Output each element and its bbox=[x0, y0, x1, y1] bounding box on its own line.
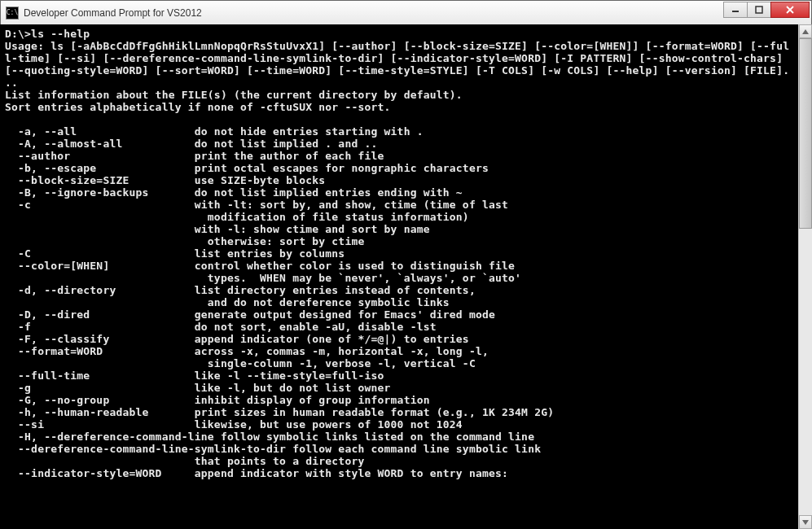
scrollbar-thumb[interactable] bbox=[799, 38, 812, 229]
option-line: -f do not sort, enable -aU, disable -lst bbox=[5, 321, 437, 333]
option-line: with -l: show ctime and sort by name bbox=[5, 223, 430, 235]
console-output[interactable]: D:\>ls --help Usage: ls [-aAbBcCdDfFgGhH… bbox=[0, 24, 798, 483]
option-line: -H, --dereference-command-line follow sy… bbox=[5, 431, 534, 443]
option-line: -a, --all do not hide entries starting w… bbox=[5, 125, 424, 138]
minimize-icon bbox=[731, 6, 740, 14]
option-line: -h, --human-readable print sizes in huma… bbox=[5, 406, 554, 418]
option-line: --color=[WHEN] control whether color is … bbox=[5, 260, 515, 272]
svg-marker-5 bbox=[802, 520, 809, 525]
description: List information about the FILE(s) (the … bbox=[5, 89, 463, 101]
maximize-button[interactable] bbox=[747, 2, 771, 18]
usage-line: Usage: ls [-aAbBcCdDfFgGhHiklLmnNopqQrRs… bbox=[5, 40, 789, 52]
option-line: -b, --escape print octal escapes for non… bbox=[5, 162, 489, 174]
titlebar[interactable]: C:\ Developer Command Prompt for VS2012 bbox=[1, 1, 811, 25]
usage-line: [--quoting-style=WORD] [--sort=WORD] [--… bbox=[5, 64, 789, 77]
option-line: --dereference-command-line-symlink-to-di… bbox=[5, 443, 541, 455]
usage-line: .. bbox=[5, 77, 18, 89]
option-line: -D, --dired generate output designed for… bbox=[5, 308, 495, 321]
close-button[interactable] bbox=[770, 2, 810, 18]
option-line: and do not dereference symbolic links bbox=[5, 296, 450, 308]
option-line: -B, --ignore-backups do not list implied… bbox=[5, 186, 463, 199]
option-line: --full-time like -l --time-style=full-is… bbox=[5, 369, 384, 382]
window-title: Developer Command Prompt for VS2012 bbox=[24, 7, 724, 19]
usage-line: l-time] [--si] [--dereference-command-li… bbox=[5, 52, 783, 64]
command-prompt-window: C:\ Developer Command Prompt for VS2012 … bbox=[0, 0, 812, 529]
option-line: -c with -lt: sort by, and show, ctime (t… bbox=[5, 199, 508, 211]
option-line: -d, --directory list directory entries i… bbox=[5, 284, 476, 296]
prompt: D:\> bbox=[5, 28, 31, 40]
app-icon: C:\ bbox=[6, 7, 19, 20]
svg-rect-1 bbox=[756, 7, 762, 13]
close-icon bbox=[786, 6, 794, 14]
option-line: that points to a directory bbox=[5, 455, 364, 467]
option-line: modification of file status information) bbox=[5, 211, 469, 223]
minimize-button[interactable] bbox=[723, 2, 748, 18]
option-line: --format=WORD across -x, commas -m, hori… bbox=[5, 345, 489, 357]
option-line: --si likewise, but use powers of 1000 no… bbox=[5, 418, 463, 431]
option-line: types. WHEN may be `never', `always', or… bbox=[5, 272, 521, 284]
option-line: --block-size=SIZE use SIZE-byte blocks bbox=[5, 174, 325, 186]
scroll-up-button[interactable] bbox=[799, 24, 812, 38]
option-line: -g like -l, but do not list owner bbox=[5, 382, 391, 394]
option-line: -F, --classify append indicator (one of … bbox=[5, 333, 469, 345]
window-controls bbox=[724, 2, 810, 18]
chevron-down-icon bbox=[802, 520, 809, 525]
scroll-down-button[interactable] bbox=[799, 515, 812, 529]
maximize-icon bbox=[755, 6, 763, 14]
console-content-area: D:\>ls --help Usage: ls [-aAbBcCdDfFgGhH… bbox=[0, 24, 798, 529]
description: Sort entries alphabetically if none of -… bbox=[5, 101, 391, 113]
svg-marker-4 bbox=[802, 29, 809, 34]
option-line: -C list entries by columns bbox=[5, 247, 345, 260]
option-line: -A, --almost-all do not list implied . a… bbox=[5, 138, 378, 150]
option-line: --indicator-style=WORD append indicator … bbox=[5, 467, 508, 479]
option-line: -G, --no-group inhibit display of group … bbox=[5, 394, 430, 406]
scrollbar-track[interactable] bbox=[799, 38, 812, 515]
option-line: --author print the author of each file bbox=[5, 150, 384, 162]
vertical-scrollbar[interactable] bbox=[798, 24, 812, 529]
chevron-up-icon bbox=[802, 29, 809, 34]
command: ls --help bbox=[31, 28, 90, 40]
option-line: otherwise: sort by ctime bbox=[5, 235, 364, 247]
console-text: D:\>ls --help Usage: ls [-aAbBcCdDfFgGhH… bbox=[5, 28, 793, 479]
option-line: single-column -1, verbose -l, vertical -… bbox=[5, 357, 476, 369]
